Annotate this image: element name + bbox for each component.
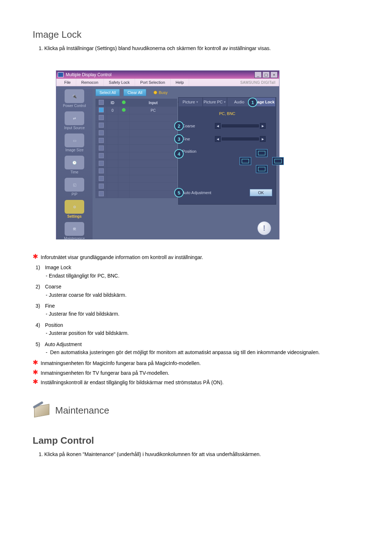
- label-coarse: Coarse: [182, 124, 215, 128]
- menu-remocon[interactable]: Remocon: [76, 79, 104, 86]
- row-status-icon: [122, 108, 126, 112]
- table-row[interactable]: [96, 152, 177, 160]
- sidebar-pip[interactable]: ◱ PIP: [60, 178, 89, 196]
- sidebar-label: Image Size: [60, 148, 89, 152]
- tab-image-lock[interactable]: 1 Image Lock: [252, 98, 276, 106]
- arrow-right-icon[interactable]: ▶: [260, 123, 266, 129]
- table-row[interactable]: 0 PC: [96, 107, 177, 114]
- position-up-button[interactable]: [256, 149, 268, 157]
- row-checkbox[interactable]: [99, 153, 104, 158]
- position-down-button[interactable]: [256, 165, 268, 173]
- callout-4: 4: [174, 149, 184, 159]
- close-button[interactable]: ×: [270, 71, 278, 78]
- titlebar: Multiple Display Control _ ▢ ×: [56, 71, 279, 79]
- slider-fine[interactable]: ◀ ▶: [215, 136, 266, 142]
- busy-label: Busy: [159, 90, 167, 95]
- row-checkbox[interactable]: [99, 123, 104, 128]
- sidebar-power-control[interactable]: 🔌 Power Control: [60, 89, 89, 108]
- asterisk-icon: ✱: [33, 359, 41, 366]
- row-checkbox[interactable]: [99, 161, 104, 166]
- arrow-left-icon[interactable]: ◀: [215, 123, 221, 129]
- note-magicinfo: Inmatningsenheten för MagicInfo fungerar…: [41, 359, 359, 367]
- menu-safety-lock[interactable]: Safety Lock: [104, 79, 135, 86]
- busy-dot-icon: [154, 91, 157, 94]
- window-body: 🔌 Power Control ⇄ Input Source ▭ Image S…: [56, 86, 279, 239]
- position-left-button[interactable]: [240, 157, 251, 165]
- callout-1: 1: [248, 98, 257, 107]
- minimize-button[interactable]: _: [254, 71, 262, 78]
- arrow-left-icon[interactable]: ◀: [215, 136, 221, 142]
- row-checkbox[interactable]: [99, 115, 104, 120]
- menubar: File Remocon Safety Lock Port Selection …: [56, 79, 279, 86]
- note-index: 5): [36, 340, 44, 348]
- maintenance-heading-row: Maintenance: [33, 403, 359, 418]
- tab-picture-pc[interactable]: Picture PC▼: [203, 98, 227, 106]
- menu-port-selection[interactable]: Port Selection: [135, 79, 170, 86]
- table-row[interactable]: [96, 130, 177, 137]
- time-icon: 🕒: [65, 156, 84, 169]
- screenshot-image-lock: Multiple Display Control _ ▢ × File Remo…: [56, 70, 279, 239]
- sidebar: 🔌 Power Control ⇄ Input Source ▭ Image S…: [56, 86, 93, 239]
- display-grid: ID Input 0 PC: [95, 99, 177, 198]
- row-checkbox[interactable]: [99, 107, 104, 112]
- note-desc: Justerar coarse för vald bildskärm.: [50, 291, 359, 299]
- label-auto-adjust: Auto Adjustment: [182, 190, 226, 195]
- note-desc: Endast tillgängligt för PC, BNC.: [50, 272, 359, 280]
- callout-2: 2: [174, 121, 184, 131]
- chevron-down-icon: ▼: [196, 100, 199, 104]
- table-row[interactable]: [96, 122, 177, 130]
- sidebar-time[interactable]: 🕒 Time: [60, 156, 89, 174]
- numbered-notes: 1) Image Lock Endast tillgängligt för PC…: [36, 263, 359, 356]
- lamp-intro-item-1: Klicka på ikonen "Maintenance" (underhål…: [44, 451, 359, 458]
- row-checkbox[interactable]: [99, 138, 104, 143]
- display-table: ID Input 0 PC: [95, 99, 177, 198]
- note-item-1: 1) Image Lock Endast tillgängligt för PC…: [36, 263, 359, 280]
- row-checkbox[interactable]: [99, 145, 104, 151]
- menu-help[interactable]: Help: [171, 79, 189, 86]
- table-row[interactable]: [96, 175, 177, 183]
- row-checkbox[interactable]: [99, 191, 104, 196]
- row-checkbox[interactable]: [99, 184, 104, 189]
- menu-file[interactable]: File: [59, 79, 76, 86]
- main-area: Select All Clear All Busy ID: [93, 86, 279, 239]
- select-all-button[interactable]: Select All: [95, 89, 120, 96]
- row-checkbox[interactable]: [99, 168, 104, 173]
- table-row[interactable]: [96, 145, 177, 152]
- clear-all-button[interactable]: Clear All: [123, 89, 146, 96]
- slider-coarse[interactable]: ◀ ▶: [215, 123, 266, 129]
- power-icon: 🔌: [65, 89, 84, 103]
- table-row[interactable]: [96, 137, 177, 145]
- heading-image-lock: Image Lock: [33, 29, 359, 40]
- note-index: 3): [36, 302, 44, 310]
- note-title: Auto Adjustment: [45, 341, 82, 347]
- table-row[interactable]: [96, 183, 177, 190]
- ok-button[interactable]: OK: [250, 189, 272, 196]
- note-index: 1): [36, 263, 44, 271]
- maximize-button[interactable]: ▢: [262, 71, 270, 78]
- input-source-icon: ⇄: [65, 111, 84, 125]
- mdc-window: Multiple Display Control _ ▢ × File Remo…: [56, 70, 279, 239]
- table-row[interactable]: [96, 114, 177, 122]
- sidebar-input-source[interactable]: ⇄ Input Source: [60, 111, 89, 130]
- row-checkbox[interactable]: [99, 130, 104, 135]
- tab-label: Picture PC: [204, 100, 223, 104]
- slider-track[interactable]: [222, 138, 259, 140]
- row-checkbox[interactable]: [99, 176, 104, 181]
- image-lock-intro-list: Klicka på Inställningar (Settings) bland…: [33, 45, 359, 52]
- sidebar-maintenance[interactable]: 🛠 Maintenance: [60, 222, 89, 241]
- maintenance-icon: 🛠: [65, 222, 84, 236]
- arrow-right-icon[interactable]: ▶: [260, 136, 266, 142]
- sidebar-image-size[interactable]: ▭ Image Size: [60, 134, 89, 152]
- table-row[interactable]: [96, 190, 177, 198]
- slider-track[interactable]: [222, 124, 259, 127]
- position-right-button[interactable]: [272, 157, 284, 165]
- sidebar-settings[interactable]: ⚙ Settings: [60, 200, 89, 218]
- tab-picture[interactable]: Picture▼: [179, 98, 203, 106]
- tab-label: Picture: [183, 100, 195, 104]
- sidebar-label: Maintenance: [60, 237, 89, 241]
- table-row[interactable]: [96, 168, 177, 175]
- settings-icon: ⚙: [65, 200, 84, 214]
- note-power: Inställningskontroll är endast tillgängl…: [41, 378, 359, 386]
- callout-3: 3: [174, 134, 184, 144]
- table-row[interactable]: [96, 160, 177, 168]
